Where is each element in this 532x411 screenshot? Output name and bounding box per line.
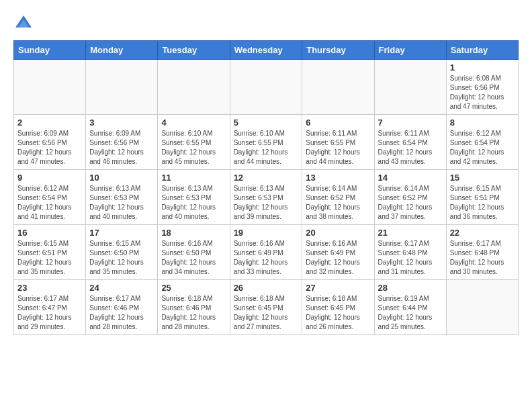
logo-icon (13, 13, 34, 34)
day-info: Sunrise: 6:14 AMSunset: 6:52 PMDaylight:… (306, 184, 370, 222)
calendar-cell: 1Sunrise: 6:08 AMSunset: 6:56 PMDaylight… (446, 60, 518, 115)
calendar-week-2: 2Sunrise: 6:09 AMSunset: 6:56 PMDaylight… (14, 115, 519, 170)
calendar-week-3: 9Sunrise: 6:12 AMSunset: 6:54 PMDaylight… (14, 170, 519, 225)
calendar-cell (446, 280, 518, 335)
calendar-week-5: 23Sunrise: 6:17 AMSunset: 6:47 PMDayligh… (14, 280, 519, 335)
day-number: 16 (17, 228, 82, 238)
day-info: Sunrise: 6:09 AMSunset: 6:56 PMDaylight:… (89, 129, 154, 167)
calendar-cell (14, 60, 86, 115)
day-number: 18 (161, 228, 226, 238)
day-info: Sunrise: 6:12 AMSunset: 6:54 PMDaylight:… (450, 129, 515, 167)
calendar-cell: 21Sunrise: 6:17 AMSunset: 6:48 PMDayligh… (374, 225, 446, 280)
calendar-cell (158, 60, 230, 115)
calendar-cell: 22Sunrise: 6:17 AMSunset: 6:48 PMDayligh… (446, 225, 518, 280)
calendar-cell: 26Sunrise: 6:18 AMSunset: 6:45 PMDayligh… (230, 280, 302, 335)
header-tuesday: Tuesday (158, 41, 230, 60)
calendar-cell: 18Sunrise: 6:16 AMSunset: 6:50 PMDayligh… (158, 225, 230, 280)
day-info: Sunrise: 6:10 AMSunset: 6:55 PMDaylight:… (234, 129, 299, 167)
calendar-week-1: 1Sunrise: 6:08 AMSunset: 6:56 PMDaylight… (14, 60, 519, 115)
day-number: 22 (450, 228, 515, 238)
day-number: 7 (378, 118, 443, 128)
calendar-cell: 4Sunrise: 6:10 AMSunset: 6:55 PMDaylight… (158, 115, 230, 170)
day-number: 19 (234, 228, 299, 238)
day-number: 24 (89, 283, 154, 293)
header-saturday: Saturday (446, 41, 518, 60)
calendar-cell: 15Sunrise: 6:15 AMSunset: 6:51 PMDayligh… (446, 170, 518, 225)
calendar-header-row: SundayMondayTuesdayWednesdayThursdayFrid… (14, 41, 519, 60)
calendar-cell: 16Sunrise: 6:15 AMSunset: 6:51 PMDayligh… (14, 225, 86, 280)
day-info: Sunrise: 6:18 AMSunset: 6:45 PMDaylight:… (234, 294, 299, 332)
day-number: 10 (89, 173, 154, 183)
calendar-cell: 12Sunrise: 6:13 AMSunset: 6:53 PMDayligh… (230, 170, 302, 225)
day-number: 1 (450, 62, 515, 73)
calendar-cell: 11Sunrise: 6:13 AMSunset: 6:53 PMDayligh… (158, 170, 230, 225)
page-header (13, 13, 519, 34)
day-number: 20 (306, 228, 370, 238)
day-number: 28 (378, 283, 443, 293)
header-wednesday: Wednesday (230, 41, 302, 60)
day-number: 11 (161, 173, 226, 183)
day-info: Sunrise: 6:17 AMSunset: 6:48 PMDaylight:… (450, 239, 515, 277)
day-info: Sunrise: 6:13 AMSunset: 6:53 PMDaylight:… (234, 184, 299, 222)
calendar-cell: 8Sunrise: 6:12 AMSunset: 6:54 PMDaylight… (446, 115, 518, 170)
day-info: Sunrise: 6:15 AMSunset: 6:51 PMDaylight:… (450, 184, 515, 222)
day-number: 14 (378, 173, 443, 183)
day-number: 4 (161, 118, 226, 128)
calendar-cell: 19Sunrise: 6:16 AMSunset: 6:49 PMDayligh… (230, 225, 302, 280)
day-info: Sunrise: 6:08 AMSunset: 6:56 PMDaylight:… (450, 74, 515, 111)
header-monday: Monday (86, 41, 158, 60)
calendar-cell (86, 60, 158, 115)
day-info: Sunrise: 6:13 AMSunset: 6:53 PMDaylight:… (89, 184, 154, 222)
day-info: Sunrise: 6:16 AMSunset: 6:50 PMDaylight:… (161, 239, 226, 277)
calendar-cell: 2Sunrise: 6:09 AMSunset: 6:56 PMDaylight… (14, 115, 86, 170)
day-info: Sunrise: 6:17 AMSunset: 6:48 PMDaylight:… (378, 239, 443, 277)
header-friday: Friday (374, 41, 446, 60)
calendar-cell (302, 60, 374, 115)
calendar-cell: 9Sunrise: 6:12 AMSunset: 6:54 PMDaylight… (14, 170, 86, 225)
calendar-cell: 28Sunrise: 6:19 AMSunset: 6:44 PMDayligh… (374, 280, 446, 335)
logo (13, 13, 36, 34)
calendar-week-4: 16Sunrise: 6:15 AMSunset: 6:51 PMDayligh… (14, 225, 519, 280)
calendar-cell: 13Sunrise: 6:14 AMSunset: 6:52 PMDayligh… (302, 170, 374, 225)
day-number: 23 (17, 283, 82, 293)
day-number: 2 (17, 118, 82, 128)
day-info: Sunrise: 6:09 AMSunset: 6:56 PMDaylight:… (17, 129, 82, 167)
calendar-cell: 3Sunrise: 6:09 AMSunset: 6:56 PMDaylight… (86, 115, 158, 170)
calendar-cell: 25Sunrise: 6:18 AMSunset: 6:46 PMDayligh… (158, 280, 230, 335)
day-number: 15 (450, 173, 515, 183)
day-info: Sunrise: 6:12 AMSunset: 6:54 PMDaylight:… (17, 184, 82, 222)
day-number: 12 (234, 173, 299, 183)
day-info: Sunrise: 6:17 AMSunset: 6:46 PMDaylight:… (89, 294, 154, 332)
day-info: Sunrise: 6:11 AMSunset: 6:55 PMDaylight:… (306, 129, 370, 167)
day-info: Sunrise: 6:15 AMSunset: 6:51 PMDaylight:… (17, 239, 82, 277)
day-info: Sunrise: 6:18 AMSunset: 6:45 PMDaylight:… (306, 294, 370, 332)
day-info: Sunrise: 6:10 AMSunset: 6:55 PMDaylight:… (161, 129, 226, 167)
header-sunday: Sunday (14, 41, 86, 60)
day-info: Sunrise: 6:13 AMSunset: 6:53 PMDaylight:… (161, 184, 226, 222)
day-number: 8 (450, 118, 515, 128)
calendar-cell: 10Sunrise: 6:13 AMSunset: 6:53 PMDayligh… (86, 170, 158, 225)
calendar-cell: 7Sunrise: 6:11 AMSunset: 6:54 PMDaylight… (374, 115, 446, 170)
day-info: Sunrise: 6:19 AMSunset: 6:44 PMDaylight:… (378, 294, 443, 332)
day-number: 17 (89, 228, 154, 238)
day-info: Sunrise: 6:16 AMSunset: 6:49 PMDaylight:… (306, 239, 370, 277)
day-info: Sunrise: 6:14 AMSunset: 6:52 PMDaylight:… (378, 184, 443, 222)
day-number: 27 (306, 283, 370, 293)
calendar-cell: 20Sunrise: 6:16 AMSunset: 6:49 PMDayligh… (302, 225, 374, 280)
calendar-cell: 24Sunrise: 6:17 AMSunset: 6:46 PMDayligh… (86, 280, 158, 335)
calendar-cell: 6Sunrise: 6:11 AMSunset: 6:55 PMDaylight… (302, 115, 374, 170)
calendar-cell: 27Sunrise: 6:18 AMSunset: 6:45 PMDayligh… (302, 280, 374, 335)
day-info: Sunrise: 6:15 AMSunset: 6:50 PMDaylight:… (89, 239, 154, 277)
day-number: 9 (17, 173, 82, 183)
calendar-table: SundayMondayTuesdayWednesdayThursdayFrid… (13, 40, 519, 335)
day-number: 3 (89, 118, 154, 128)
day-info: Sunrise: 6:17 AMSunset: 6:47 PMDaylight:… (17, 294, 82, 332)
calendar-cell: 14Sunrise: 6:14 AMSunset: 6:52 PMDayligh… (374, 170, 446, 225)
day-info: Sunrise: 6:11 AMSunset: 6:54 PMDaylight:… (378, 129, 443, 167)
day-info: Sunrise: 6:16 AMSunset: 6:49 PMDaylight:… (234, 239, 299, 277)
calendar-cell: 23Sunrise: 6:17 AMSunset: 6:47 PMDayligh… (14, 280, 86, 335)
day-number: 21 (378, 228, 443, 238)
day-number: 13 (306, 173, 370, 183)
calendar-cell: 5Sunrise: 6:10 AMSunset: 6:55 PMDaylight… (230, 115, 302, 170)
day-number: 25 (161, 283, 226, 293)
